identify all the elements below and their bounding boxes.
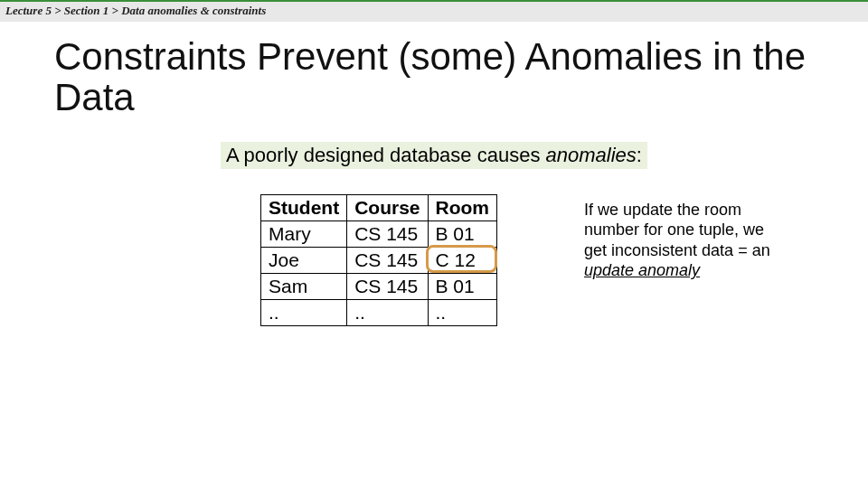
cell-course: CS 145 — [347, 221, 428, 247]
cell-room: .. — [428, 299, 497, 325]
table-row: .. .. .. — [261, 299, 497, 325]
table-row: Joe CS 145 C 12 — [261, 247, 497, 273]
subtitle-tail: : — [637, 144, 642, 166]
subtitle-row: A poorly designed database causes anomal… — [54, 142, 814, 169]
breadcrumb-topic: Data anomalies & constraints — [121, 4, 266, 17]
cell-course: CS 145 — [347, 247, 428, 273]
annotation-note: If we update the room number for one tup… — [584, 200, 774, 281]
cell-room-highlighted: C 12 — [428, 247, 497, 273]
annotation-text: If we update the room number for one tup… — [584, 201, 770, 259]
cell-student: Sam — [261, 273, 347, 299]
breadcrumb-lecture: Lecture 5 — [5, 4, 52, 17]
table-header-row: Student Course Room — [261, 194, 497, 221]
subtitle-text: A poorly designed database causes — [226, 144, 545, 166]
breadcrumb-section: Section 1 — [64, 4, 108, 17]
cell-room: B 01 — [428, 273, 497, 299]
anomaly-table: Student Course Room Mary CS 145 B 01 Joe… — [260, 194, 497, 326]
slide-body: Constraints Prevent (some) Anomalies in … — [0, 22, 868, 488]
col-room: Room — [428, 194, 497, 221]
col-course: Course — [347, 194, 428, 221]
breadcrumb-sep: > — [54, 4, 61, 17]
subtitle: A poorly designed database causes anomal… — [221, 142, 647, 169]
cell-student: .. — [261, 299, 347, 325]
col-student: Student — [261, 194, 347, 221]
cell-course: CS 145 — [347, 273, 428, 299]
breadcrumb: Lecture 5 > Section 1 > Data anomalies &… — [0, 0, 868, 22]
cell-student: Mary — [261, 221, 347, 247]
annotation-emph: update anomaly — [584, 261, 700, 279]
slide-title: Constraints Prevent (some) Anomalies in … — [54, 36, 814, 118]
cell-course: .. — [347, 299, 428, 325]
cell-student: Joe — [261, 247, 347, 273]
subtitle-emph: anomalies — [546, 144, 637, 166]
cell-room: B 01 — [428, 221, 497, 247]
content-row: Student Course Room Mary CS 145 B 01 Joe… — [54, 194, 814, 326]
table-row: Sam CS 145 B 01 — [261, 273, 497, 299]
table-wrap: Student Course Room Mary CS 145 B 01 Joe… — [260, 194, 497, 326]
table-row: Mary CS 145 B 01 — [261, 221, 497, 247]
breadcrumb-sep: > — [112, 4, 118, 17]
